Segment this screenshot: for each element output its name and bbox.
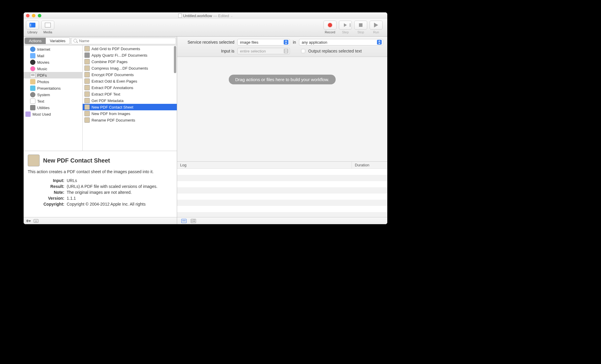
detail-input-label: Input: [28, 178, 67, 183]
drop-hint: Drag actions or files here to build your… [229, 75, 336, 84]
log-row [177, 206, 387, 212]
category-label: Most Used [32, 112, 51, 117]
category-item-pdfs[interactable]: PDFs [24, 72, 82, 78]
log-row [177, 181, 387, 187]
dropdown-arrow-icon [284, 49, 288, 53]
tab-variables[interactable]: Variables [46, 38, 70, 44]
detail-note-label: Note: [28, 190, 67, 195]
workflow-canvas[interactable]: Drag actions or files here to build your… [177, 57, 387, 162]
log-rows[interactable] [177, 169, 387, 217]
action-label: Combine PDF Pages [92, 60, 128, 64]
action-item[interactable]: Extract PDF Annotations [83, 84, 177, 91]
category-item-internet[interactable]: Internet [24, 46, 82, 53]
output-replaces-label: Output replaces selected text [308, 49, 362, 53]
folder-icon [25, 112, 31, 117]
log-row [177, 200, 387, 206]
action-item[interactable]: Combine PDF Pages [83, 58, 177, 65]
chevron-down-icon: ⌵ [231, 14, 233, 17]
detail-title: New PDF Contact Sheet [43, 157, 110, 164]
output-replaces-checkbox[interactable] [301, 49, 305, 53]
category-list[interactable]: InternetMailMoviesMusicPDFsPhotosPresent… [24, 45, 83, 151]
action-label: Encrypt PDF Documents [92, 73, 134, 77]
duration-column-header[interactable]: Duration [352, 162, 387, 168]
run-button[interactable] [370, 21, 383, 29]
action-icon [84, 98, 90, 103]
media-button[interactable] [41, 21, 54, 29]
action-icon [84, 78, 90, 84]
record-button[interactable] [324, 21, 337, 29]
action-item[interactable]: Extract Odd & Even Pages [83, 78, 177, 84]
action-item[interactable]: New PDF Contact Sheet [83, 104, 177, 110]
in-label: in [293, 40, 296, 45]
action-label: Add Grid to PDF Documents [92, 47, 140, 51]
action-item[interactable]: Get PDF Metadata [83, 97, 177, 104]
application-dropdown[interactable]: any application [299, 39, 383, 45]
action-list[interactable]: Add Grid to PDF DocumentsApply Quartz Fi… [83, 45, 177, 151]
detail-description: This action creates a PDF contact sheet … [28, 169, 173, 174]
log-panel: Log Duration [177, 162, 387, 217]
action-item[interactable]: Encrypt PDF Documents [83, 71, 177, 78]
library-pane: Actions Variables InternetMailMoviesMusi… [24, 37, 177, 224]
category-label: Presentations [37, 86, 61, 91]
action-item[interactable]: Rename PDF Documents [83, 117, 177, 123]
titlebar: Untitled.workflow — Edited ⌵ [24, 12, 387, 19]
input-type-dropdown[interactable]: image files [237, 39, 290, 45]
detail-note-value: The original images are not altered. [67, 190, 173, 195]
step-label: Step [342, 30, 349, 34]
action-item[interactable]: Extract PDF Text [83, 91, 177, 97]
input-is-dropdown: entire selection [237, 48, 290, 54]
text-icon [30, 99, 35, 104]
category-item-system[interactable]: System [24, 91, 82, 98]
gear-icon[interactable]: ✻▾ [26, 219, 31, 223]
scrollbar[interactable] [174, 46, 176, 73]
step-button[interactable] [339, 21, 352, 29]
category-item-music[interactable]: Music [24, 65, 82, 72]
globe-icon [30, 47, 35, 52]
media-icon [45, 23, 51, 27]
category-item-text[interactable]: Text [24, 98, 82, 104]
run-label: Run [373, 30, 379, 34]
workflow-pane: Service receives selected image files in… [177, 37, 387, 224]
title-status: — Edited [213, 14, 229, 18]
automator-window: Untitled.workflow — Edited ⌵ Library Med… [24, 12, 387, 224]
category-item-presentations[interactable]: Presentations [24, 85, 82, 91]
library-button[interactable] [26, 21, 39, 29]
window-title[interactable]: Untitled.workflow — Edited ⌵ [24, 14, 387, 18]
media-label: Media [43, 30, 52, 34]
results-view-button[interactable] [191, 219, 196, 223]
action-icon [84, 72, 90, 77]
log-view-button[interactable] [181, 219, 187, 223]
action-item[interactable]: Add Grid to PDF Documents [83, 45, 177, 52]
library-label: Library [27, 30, 37, 34]
category-item-utilities[interactable]: Utilities [24, 104, 82, 111]
category-label: Utilities [37, 106, 50, 110]
action-label: New PDF from Images [92, 112, 130, 116]
action-icon [84, 104, 90, 110]
category-label: System [37, 93, 50, 97]
stop-button[interactable] [354, 21, 367, 29]
action-icon [84, 111, 90, 116]
category-item-mail[interactable]: Mail [24, 53, 82, 59]
detail-copyright-label: Copyright: [28, 202, 67, 206]
detail-version-label: Version: [28, 196, 67, 201]
util-icon [30, 105, 35, 110]
detail-toggle[interactable] [34, 219, 38, 223]
action-detail: New PDF Contact Sheet This action create… [24, 151, 177, 217]
action-detail-icon [28, 155, 40, 166]
action-item[interactable]: New PDF from Images [83, 110, 177, 117]
pdf-icon [30, 73, 35, 78]
log-column-header[interactable]: Log [177, 162, 352, 168]
category-label: Music [37, 67, 47, 71]
search-input[interactable] [71, 38, 176, 44]
category-item-photos[interactable]: Photos [24, 78, 82, 85]
tab-actions[interactable]: Actions [25, 38, 46, 44]
sys-icon [30, 92, 35, 97]
category-item-movies[interactable]: Movies [24, 59, 82, 65]
step-icon [344, 23, 347, 27]
category-item-most-used[interactable]: Most Used [24, 111, 82, 117]
action-item[interactable]: Compress Imag…DF Documents [83, 65, 177, 71]
action-item[interactable]: Apply Quartz Fi…DF Documents [83, 52, 177, 58]
record-label: Record [325, 30, 335, 34]
action-icon [84, 65, 90, 71]
stop-icon [359, 23, 362, 27]
